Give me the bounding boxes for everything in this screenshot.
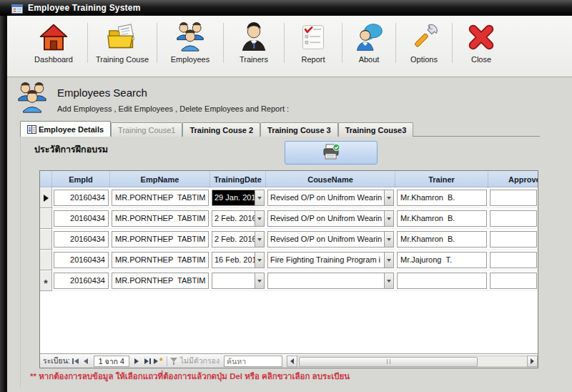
page-title: Employees Search <box>57 87 147 99</box>
chevron-down-icon[interactable] <box>255 232 264 247</box>
first-record-button[interactable] <box>70 356 81 367</box>
cousename-combobox[interactable] <box>267 273 394 289</box>
chevron-down-icon[interactable] <box>255 273 264 288</box>
tab-employee-details[interactable]: Employee Details <box>20 121 111 137</box>
tab-training-couse2[interactable]: Training Couse 2 <box>182 122 260 137</box>
new-record-button[interactable]: * <box>153 356 164 367</box>
column-header-trainingdate[interactable]: TrainingDate <box>210 171 266 187</box>
next-record-button[interactable] <box>132 356 142 367</box>
approve-cell[interactable] <box>490 210 537 227</box>
empid-cell[interactable]: 20160434 <box>54 231 109 248</box>
chevron-down-icon[interactable] <box>384 190 393 205</box>
trainingdate-combobox[interactable] <box>212 273 265 289</box>
row-selector[interactable] <box>40 250 52 270</box>
table-row-new: * 20160434 MR.PORNTHEP TABTIM <box>40 270 538 291</box>
toolbar-close-button[interactable]: Close <box>453 16 510 76</box>
chevron-down-icon[interactable] <box>255 253 264 268</box>
approve-cell[interactable] <box>490 273 537 289</box>
column-header-trainer[interactable]: Trainer <box>395 171 488 187</box>
column-header-approve[interactable]: Approve <box>488 171 538 187</box>
tab-label: Training Couse1 <box>118 126 175 134</box>
trainingdate-combobox[interactable]: 29 Jan. 2016 <box>212 190 265 206</box>
scroll-left-button[interactable] <box>287 356 297 367</box>
chevron-down-icon[interactable] <box>255 211 264 226</box>
title-bar[interactable]: Employee Training System <box>0 0 572 16</box>
empid-cell[interactable]: 20160434 <box>54 190 109 206</box>
navigator-separator <box>167 356 167 366</box>
tab-training-couse3[interactable]: Training Couse 3 <box>260 122 338 137</box>
empid-cell[interactable]: 20160434 <box>54 210 109 227</box>
toolbar-options-button[interactable]: Options <box>396 16 452 76</box>
column-header-cousename[interactable]: CouseName <box>266 171 395 187</box>
table-header-row: EmpId EmpName TrainingDate CouseName Tra… <box>40 171 538 187</box>
row-selector[interactable] <box>40 208 52 229</box>
approve-cell[interactable] <box>490 252 537 268</box>
empname-cell[interactable]: MR.PORNTHEP TABTIM <box>112 252 209 268</box>
search-input[interactable] <box>224 356 282 367</box>
wrench-icon <box>410 21 438 53</box>
toolbar-about-button[interactable]: About <box>342 16 395 76</box>
new-record-star-icon: * <box>159 358 163 365</box>
toolbar-trainers-button[interactable]: Trainers <box>224 16 284 76</box>
filter-label: ไม่มีตัวกรอง <box>180 355 220 367</box>
scrollbar-thumb[interactable] <box>299 357 478 367</box>
chevron-down-icon[interactable] <box>384 232 393 247</box>
date-value-selected: 29 Jan. 2016 <box>212 190 255 205</box>
toolbar-dashboard-button[interactable]: Dashboard <box>20 16 87 76</box>
tab-training-couse3b[interactable]: Training Couse3 <box>338 122 414 137</box>
table-row: 20160434 MR.PORNTHEP TABTIM 2 Feb. 2016 … <box>40 208 538 229</box>
empid-cell[interactable]: 20160434 <box>54 252 109 268</box>
cousename-combobox[interactable]: Revised O/P on Unifrom Wearin <box>267 190 394 206</box>
trainingdate-combobox[interactable]: 16 Feb. 2016 <box>212 252 265 268</box>
cousename-combobox[interactable]: Fire Fighting Training Program i <box>267 252 394 268</box>
toolbar-employees-button[interactable]: Employees <box>157 16 223 76</box>
row-selector[interactable] <box>40 229 52 250</box>
trainingdate-combobox[interactable]: 2 Feb. 2016 <box>212 231 265 248</box>
employees-icon <box>174 21 206 53</box>
chevron-down-icon[interactable] <box>384 273 393 288</box>
scroll-right-button[interactable] <box>527 356 538 367</box>
chevron-down-icon[interactable] <box>384 211 393 226</box>
print-report-button[interactable] <box>285 141 378 165</box>
record-position-box[interactable]: 1 จาก 4 <box>94 356 129 367</box>
column-header-empid[interactable]: EmpId <box>52 171 110 187</box>
trainer-cell[interactable]: Mr.Khamron B. <box>397 190 487 206</box>
record-label: ระเบียน: <box>43 355 70 367</box>
toolbar-label: Training Couse <box>96 55 149 64</box>
cousename-combobox[interactable]: Revised O/P on Unifrom Wearin <box>267 210 394 227</box>
horizontal-scrollbar <box>287 354 538 368</box>
empname-cell[interactable]: MR.PORNTHEP TABTIM <box>112 210 209 227</box>
chevron-down-icon[interactable] <box>384 253 393 268</box>
tabstrip: Employee Details Training Couse1 Trainin… <box>20 121 413 137</box>
previous-record-button[interactable] <box>81 356 92 367</box>
table-row: 20160434 MR.PORNTHEP TABTIM 16 Feb. 2016… <box>40 250 538 270</box>
chevron-down-icon[interactable] <box>255 190 264 205</box>
column-header-empname[interactable]: EmpName <box>110 171 210 187</box>
printer-icon <box>322 143 340 162</box>
row-selector-current[interactable] <box>40 187 52 208</box>
empname-cell[interactable]: MR.PORNTHEP TABTIM <box>112 231 209 248</box>
filter-button[interactable]: ไม่มีตัวกรอง <box>170 355 220 367</box>
toolbar-training-couse-button[interactable]: Training Couse <box>88 16 157 76</box>
empname-cell[interactable]: MR.PORNTHEP TABTIM <box>112 273 209 289</box>
trainer-cell[interactable]: Mr.Jajurong T. <box>397 252 487 268</box>
toolbar-report-button[interactable]: Report <box>285 16 342 76</box>
empname-cell[interactable]: MR.PORNTHEP TABTIM <box>112 190 209 206</box>
trainer-cell[interactable] <box>397 273 487 289</box>
training-history-table: EmpId EmpName TrainingDate CouseName Tra… <box>39 170 538 368</box>
trainingdate-combobox[interactable]: 2 Feb. 2016 <box>212 210 265 227</box>
tab-training-couse1[interactable]: Training Couse1 <box>111 122 182 137</box>
scrollbar-track[interactable] <box>297 356 527 367</box>
last-record-button[interactable] <box>142 356 153 367</box>
row-selector-new[interactable]: * <box>40 270 52 291</box>
approve-cell[interactable] <box>490 231 537 248</box>
selector-column-header[interactable] <box>40 171 52 187</box>
empid-cell[interactable]: 20160434 <box>54 273 109 289</box>
approve-cell[interactable] <box>490 190 537 206</box>
trainer-cell[interactable]: Mr.Khamron B. <box>397 231 487 248</box>
main-toolbar: Dashboard Training Couse Employees Train… <box>7 16 572 77</box>
table-row: 20160434 MR.PORNTHEP TABTIM 2 Feb. 2016 … <box>40 229 538 250</box>
cousename-combobox[interactable]: Revised O/P on Unifrom Wearin <box>267 231 394 248</box>
book-icon <box>27 125 36 134</box>
trainer-cell[interactable]: Mr.Khamron B. <box>397 210 487 227</box>
